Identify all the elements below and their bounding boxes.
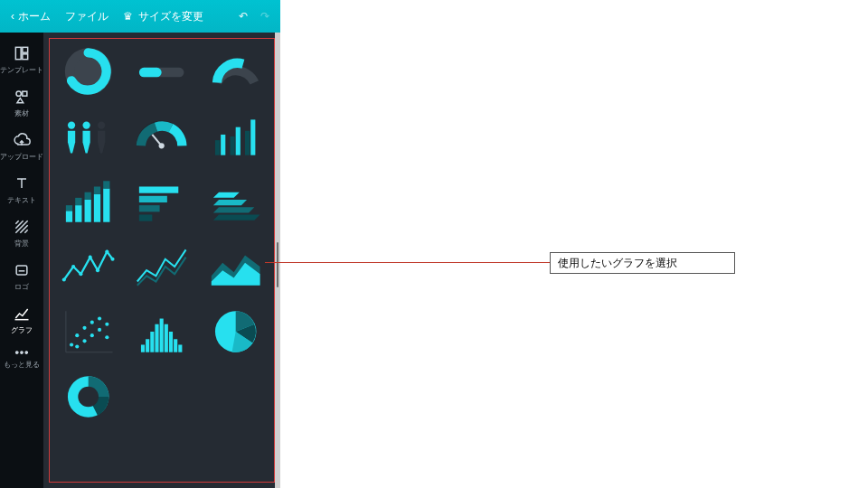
svg-rect-18 [221, 135, 225, 155]
svg-point-41 [62, 277, 66, 281]
svg-rect-26 [75, 198, 81, 205]
thumb-stacked-bars[interactable] [56, 174, 120, 230]
svg-rect-17 [215, 140, 220, 155]
callout-box: 使用したいグラフを選択 [550, 252, 735, 274]
svg-rect-1 [23, 47, 28, 52]
svg-rect-35 [139, 205, 160, 211]
thumb-multi-line[interactable] [129, 239, 193, 295]
svg-point-7 [21, 352, 23, 353]
svg-point-45 [96, 268, 99, 272]
svg-rect-25 [75, 205, 81, 222]
svg-rect-29 [94, 194, 100, 222]
template-icon [13, 44, 31, 62]
svg-rect-68 [165, 324, 168, 352]
rail-logo[interactable]: ロゴ [0, 255, 43, 298]
thumb-grouped-bars[interactable] [203, 108, 268, 164]
thumb-area[interactable] [203, 239, 268, 295]
svg-rect-65 [151, 332, 155, 352]
rail-more[interactable]: もっと見る [0, 342, 43, 376]
thumb-progress-bar[interactable] [129, 43, 193, 99]
redo-button[interactable]: ↷ [255, 6, 275, 26]
svg-rect-11 [139, 68, 162, 77]
svg-rect-22 [250, 119, 255, 155]
chevron-left-icon: ‹ [11, 10, 14, 23]
rail-graph[interactable]: グラフ [0, 298, 43, 342]
svg-rect-69 [169, 332, 173, 352]
shapes-icon [13, 88, 31, 106]
svg-rect-20 [235, 127, 240, 155]
callout-leader [265, 262, 550, 263]
svg-point-62 [105, 335, 108, 339]
svg-point-46 [105, 249, 108, 253]
svg-point-43 [79, 272, 82, 276]
rail-elements[interactable]: 素材 [0, 81, 43, 125]
svg-point-56 [82, 339, 86, 343]
svg-rect-19 [230, 136, 234, 155]
svg-line-16 [153, 135, 162, 145]
hatch-icon [13, 218, 31, 236]
svg-point-14 [98, 121, 105, 128]
svg-rect-27 [85, 200, 91, 222]
svg-rect-28 [85, 192, 91, 200]
svg-point-74 [78, 387, 99, 408]
rail-upload[interactable]: アップロード [0, 125, 43, 168]
svg-point-3 [16, 91, 21, 96]
svg-point-59 [98, 328, 101, 332]
logo-icon [13, 261, 31, 279]
side-rail: テンプレート 素材 アップロード テキスト 背景 [0, 33, 43, 488]
svg-rect-5 [16, 266, 27, 275]
text-icon [13, 174, 31, 192]
dots-icon [14, 348, 30, 357]
svg-rect-36 [139, 214, 152, 221]
svg-rect-32 [103, 181, 109, 188]
svg-rect-34 [139, 196, 167, 202]
crown-icon: ♛ [123, 10, 133, 23]
graph-grid [49, 38, 275, 430]
svg-rect-21 [245, 131, 250, 155]
chart-line-icon [13, 305, 31, 323]
svg-point-44 [89, 256, 92, 259]
svg-point-52 [70, 343, 73, 346]
svg-rect-24 [66, 205, 72, 211]
thumb-pictogram[interactable] [56, 108, 120, 164]
thumb-hbars[interactable] [129, 174, 193, 230]
thumb-scatter[interactable] [56, 304, 120, 360]
svg-point-47 [110, 258, 114, 261]
svg-point-53 [75, 333, 79, 337]
svg-marker-38 [213, 207, 254, 212]
thumb-donut[interactable] [56, 369, 120, 425]
panel-resize-handle[interactable] [275, 33, 280, 488]
topbar: ‹ホーム ファイル ♛サイズを変更 ↶ ↷ [0, 0, 280, 33]
svg-point-57 [90, 321, 94, 324]
graph-panel [43, 33, 280, 488]
svg-rect-30 [94, 186, 100, 193]
thumb-pie[interactable] [203, 304, 268, 360]
thumb-half-gauge[interactable] [203, 43, 268, 99]
svg-marker-39 [213, 200, 247, 205]
thumb-line[interactable] [56, 239, 120, 295]
svg-rect-0 [15, 47, 21, 59]
svg-point-42 [71, 265, 75, 268]
svg-point-60 [98, 316, 101, 320]
thumb-layered-bars[interactable] [203, 174, 268, 230]
rail-template[interactable]: テンプレート [0, 38, 43, 81]
svg-point-12 [68, 121, 75, 128]
rail-background[interactable]: 背景 [0, 211, 43, 255]
back-button[interactable]: ‹ホーム [5, 5, 56, 28]
svg-rect-70 [174, 339, 177, 352]
callout-text: 使用したいグラフを選択 [558, 256, 677, 271]
thumb-histogram[interactable] [129, 304, 193, 360]
svg-rect-63 [141, 344, 145, 352]
svg-marker-37 [213, 214, 260, 220]
undo-button[interactable]: ↶ [233, 6, 253, 26]
thumb-gauge-dial[interactable] [129, 108, 193, 164]
svg-rect-4 [23, 91, 27, 96]
svg-rect-23 [66, 211, 72, 221]
file-menu[interactable]: ファイル [60, 5, 114, 28]
svg-point-13 [82, 121, 90, 128]
cloud-upload-icon [13, 131, 31, 149]
thumb-progress-ring[interactable] [56, 43, 120, 99]
rail-text[interactable]: テキスト [0, 168, 43, 211]
resize-menu[interactable]: ♛サイズを変更 [118, 5, 209, 28]
svg-point-8 [25, 352, 27, 353]
